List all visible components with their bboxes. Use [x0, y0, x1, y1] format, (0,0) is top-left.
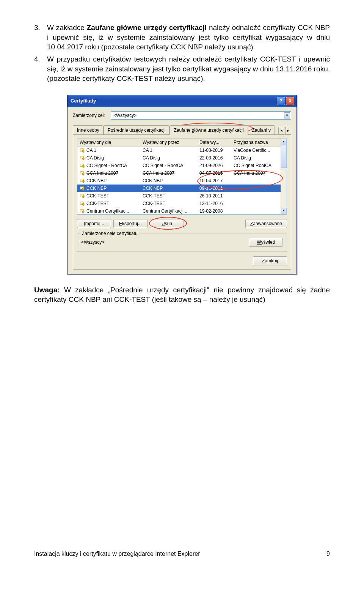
view-button[interactable]: Wyświetl — [249, 238, 283, 247]
footer-page: 9 — [326, 550, 330, 558]
export-button[interactable]: Eksportuj... — [113, 219, 147, 228]
chevron-down-icon: ▼ — [284, 112, 290, 118]
tab-scroll-left-icon[interactable]: ◄ — [278, 127, 284, 134]
groupbox-value: <Wszyscy> — [81, 239, 104, 245]
cert-icon — [80, 178, 85, 183]
help-icon[interactable]: ? — [277, 97, 285, 105]
note-paragraph: Uwaga: W zakładce „Pośrednie urzędy cert… — [34, 285, 330, 304]
purpose-value: <Wszyscy> — [113, 112, 284, 118]
scroll-down-icon[interactable]: ▼ — [281, 208, 287, 214]
table-row[interactable]: Centrum Certyfikac...Centrum Certyfikacj… — [77, 207, 281, 214]
groupbox-legend: Zamierzone cele certyfikatu — [80, 230, 139, 237]
tab-zaufane-active[interactable]: Zaufane główne urzędy certyfikacji — [169, 125, 248, 135]
cert-icon — [80, 155, 85, 161]
tab-scroll-right-icon[interactable]: ► — [285, 127, 291, 134]
table-row[interactable]: CCK NBPCCK NBP10-04-2017 — [77, 177, 281, 185]
cert-icon — [80, 186, 85, 191]
list-number: 4. — [34, 54, 47, 84]
cert-icon — [80, 170, 85, 176]
scrollbar[interactable]: ▲ ▼ — [281, 139, 287, 214]
scroll-up-icon[interactable]: ▲ — [281, 139, 287, 145]
purpose-label: Zamierzony cel: — [73, 112, 111, 118]
list-number: 3. — [34, 23, 47, 52]
list-text: W zakładce Zaufane główne urzędy certyfi… — [47, 23, 330, 52]
close-button[interactable]: Zamknij — [253, 256, 287, 265]
cert-listview[interactable]: Wystawiony dla Wystawiony przez Data wy.… — [77, 139, 287, 215]
col-wystawiony-przez[interactable]: Wystawiony przez — [140, 139, 197, 146]
advanced-button[interactable]: Zaawansowane — [245, 219, 287, 228]
table-row[interactable]: CC Signet - RootCACC Signet - RootCA21-0… — [77, 162, 281, 169]
table-row[interactable]: CA DisigCA Disig22-03-2016CA Disig — [77, 154, 281, 162]
dialog-titlebar: Certyfikaty ? X — [67, 95, 297, 107]
dialog-title: Certyfikaty — [71, 98, 96, 104]
table-row[interactable]: CCK-TESTCCK-TEST26-10-2011 — [77, 192, 281, 200]
table-row[interactable]: CCA India 2007CCA India 200704-07-2015CC… — [77, 169, 281, 177]
col-przyjazna[interactable]: Przyjazna nazwa — [231, 139, 287, 146]
purposes-groupbox: Zamierzone cele certyfikatu <Wszyscy> Wy… — [77, 233, 287, 252]
cert-icon — [80, 193, 85, 199]
import-button[interactable]: Importuj... — [77, 219, 111, 228]
table-row[interactable]: CCK NBPCCK NBP09-11-2011 — [77, 185, 281, 192]
tab-inne-osoby[interactable]: Inne osoby — [73, 125, 104, 134]
tab-posrednie[interactable]: Pośrednie urzędy certyfikacji — [104, 125, 170, 134]
list-text: W przypadku certyfikatów testowych należ… — [47, 54, 330, 84]
cert-icon — [80, 163, 85, 168]
cert-icon — [80, 208, 85, 214]
remove-button[interactable]: Usuń — [150, 219, 184, 228]
cert-icon — [80, 148, 85, 153]
close-icon[interactable]: X — [286, 97, 294, 105]
cert-icon — [80, 201, 85, 206]
footer-text: Instalacja kluczy i certyfikatu w przegl… — [34, 550, 200, 558]
table-row[interactable]: CCK-TESTCCK-TEST13-11-2016 — [77, 200, 281, 207]
purpose-dropdown[interactable]: <Wszyscy> ▼ — [111, 111, 291, 120]
scroll-thumb[interactable] — [281, 145, 287, 168]
tab-zaufani[interactable]: Zaufani v — [248, 125, 275, 134]
col-wystawiony-dla[interactable]: Wystawiony dla — [77, 139, 140, 146]
table-row[interactable]: CA 1CA 111-03-2019ViaCode Certific... — [77, 147, 281, 154]
col-data[interactable]: Data wy... — [197, 139, 231, 146]
certificates-dialog: Certyfikaty ? X Zamierzony cel: <Wszyscy… — [67, 95, 297, 274]
